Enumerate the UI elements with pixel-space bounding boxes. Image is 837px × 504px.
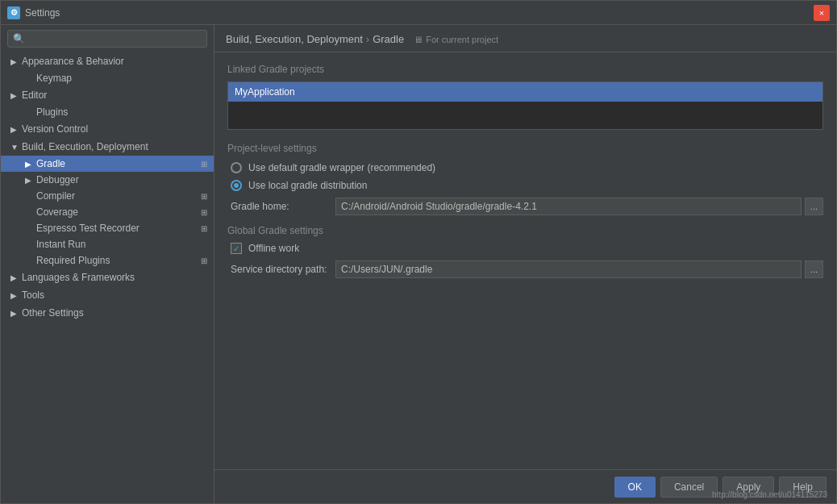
sidebar-item-compiler[interactable]: Compiler ⊞ bbox=[1, 188, 214, 204]
linked-project-item[interactable]: MyApplication bbox=[228, 82, 822, 102]
gradle-home-input-wrap: ... bbox=[335, 198, 823, 215]
radio-local-distribution[interactable] bbox=[231, 180, 242, 191]
apply-button[interactable]: Apply bbox=[722, 477, 774, 498]
radio-row-default-wrapper: Use default gradle wrapper (recommended) bbox=[227, 162, 823, 173]
breadcrumb-path: Build, Execution, Deployment bbox=[226, 33, 363, 45]
arrow-icon: ▶ bbox=[10, 309, 19, 318]
sidebar-item-label: Coverage bbox=[36, 206, 78, 218]
sidebar-item-tools[interactable]: ▶ Tools bbox=[1, 286, 214, 304]
arrow-icon: ▶ bbox=[25, 176, 33, 185]
gradle-home-browse-btn[interactable]: ... bbox=[805, 198, 823, 215]
arrow-icon: ▶ bbox=[25, 160, 33, 169]
espresso-page-icon: ⊞ bbox=[201, 224, 207, 233]
sidebar-item-label: Languages & Frameworks bbox=[22, 272, 207, 283]
title-bar-text: Settings bbox=[25, 7, 814, 19]
sidebar-item-label: Other Settings bbox=[22, 307, 207, 319]
service-dir-row: Service directory path: ... bbox=[227, 260, 823, 278]
title-bar: ⚙ Settings × bbox=[1, 1, 836, 25]
arrow-icon: ▶ bbox=[10, 273, 19, 282]
radio-label-default-wrapper: Use default gradle wrapper (recommended) bbox=[248, 162, 435, 173]
bottom-bar: OK Cancel Apply Help bbox=[214, 469, 836, 503]
arrow-icon: ▶ bbox=[10, 125, 19, 134]
sidebar-item-label: Compiler bbox=[36, 190, 75, 202]
radio-label-local-distribution: Use local gradle distribution bbox=[248, 180, 367, 191]
offline-work-label: Offline work bbox=[248, 243, 299, 254]
main-content: 🔍 ▶ Appearance & Behavior Keymap ▶ Edito… bbox=[1, 25, 836, 503]
search-input[interactable] bbox=[28, 33, 202, 44]
sidebar-item-languages[interactable]: ▶ Languages & Frameworks bbox=[1, 269, 214, 286]
offline-work-row: ✓ Offline work bbox=[227, 243, 823, 254]
sidebar-item-label: Debugger bbox=[36, 174, 79, 185]
radio-row-local-distribution: Use local gradle distribution bbox=[227, 180, 823, 191]
sidebar-item-label: Gradle bbox=[36, 158, 65, 169]
help-button[interactable]: Help bbox=[779, 477, 827, 498]
gradle-page-icon: ⊞ bbox=[201, 160, 207, 169]
arrow-icon: ▶ bbox=[10, 57, 19, 66]
sidebar-item-label: Build, Execution, Deployment bbox=[22, 141, 207, 152]
settings-body: Linked Gradle projects MyApplication Pro… bbox=[214, 52, 836, 469]
cancel-button[interactable]: Cancel bbox=[660, 477, 718, 498]
service-dir-input[interactable] bbox=[335, 260, 802, 278]
offline-work-checkbox[interactable]: ✓ bbox=[231, 243, 242, 254]
sidebar-item-label: Keymap bbox=[36, 73, 72, 84]
sidebar-item-keymap[interactable]: Keymap bbox=[1, 70, 214, 86]
sidebar-item-debugger[interactable]: ▶ Debugger bbox=[1, 172, 214, 188]
service-dir-input-wrap: ... bbox=[335, 260, 823, 278]
project-level-title: Project-level settings bbox=[227, 143, 823, 154]
required-plugins-page-icon: ⊞ bbox=[201, 256, 207, 265]
sidebar-item-build[interactable]: ▼ Build, Execution, Deployment bbox=[1, 138, 214, 156]
breadcrumb-current: Gradle bbox=[373, 33, 404, 45]
global-gradle-title: Global Gradle settings bbox=[227, 225, 823, 236]
service-dir-browse-btn[interactable]: ... bbox=[805, 260, 823, 278]
sidebar-item-instant-run[interactable]: Instant Run bbox=[1, 236, 214, 252]
sidebar-item-version-control[interactable]: ▶ Version Control bbox=[1, 120, 214, 138]
breadcrumb-separator: › bbox=[366, 33, 369, 45]
compiler-page-icon: ⊞ bbox=[201, 192, 207, 201]
right-panel: Build, Execution, Deployment › Gradle 🖥 … bbox=[214, 25, 836, 503]
sidebar-item-espresso[interactable]: Espresso Test Recorder ⊞ bbox=[1, 220, 214, 236]
sidebar-item-label: Editor bbox=[22, 90, 207, 101]
radio-default-wrapper[interactable] bbox=[231, 162, 242, 173]
search-box: 🔍 bbox=[7, 30, 207, 48]
coverage-page-icon: ⊞ bbox=[201, 208, 207, 217]
settings-window: ⚙ Settings × 🔍 ▶ Appearance & Behavior K… bbox=[0, 0, 837, 504]
app-icon: ⚙ bbox=[7, 6, 20, 19]
sidebar-item-other-settings[interactable]: ▶ Other Settings bbox=[1, 304, 214, 322]
sidebar-item-label: Instant Run bbox=[36, 239, 85, 250]
linked-projects-title: Linked Gradle projects bbox=[227, 64, 823, 75]
sidebar-item-plugins[interactable]: Plugins bbox=[1, 104, 214, 120]
sidebar-item-gradle[interactable]: ▶ Gradle ⊞ bbox=[1, 156, 214, 172]
ok-button[interactable]: OK bbox=[614, 477, 656, 498]
scope-text: For current project bbox=[426, 35, 498, 44]
breadcrumb-scope: 🖥 For current project bbox=[414, 35, 498, 44]
sidebar-item-editor[interactable]: ▶ Editor bbox=[1, 86, 214, 104]
sidebar-item-label: Appearance & Behavior bbox=[22, 56, 207, 67]
close-button[interactable]: × bbox=[814, 5, 830, 21]
sidebar-item-coverage[interactable]: Coverage ⊞ bbox=[1, 204, 214, 220]
linked-projects-list: MyApplication bbox=[227, 81, 823, 130]
arrow-icon: ▶ bbox=[10, 291, 19, 300]
breadcrumb: Build, Execution, Deployment › Gradle 🖥 … bbox=[214, 25, 836, 52]
sidebar-item-label: Espresso Test Recorder bbox=[36, 223, 140, 234]
scope-icon: 🖥 bbox=[414, 35, 423, 44]
arrow-icon: ▶ bbox=[10, 91, 19, 100]
sidebar-item-label: Plugins bbox=[36, 106, 68, 118]
sidebar-item-required-plugins[interactable]: Required Plugins ⊞ bbox=[1, 252, 214, 269]
gradle-home-input[interactable] bbox=[335, 198, 802, 215]
sidebar-item-label: Tools bbox=[22, 289, 207, 301]
gradle-home-label: Gradle home: bbox=[231, 201, 335, 212]
sidebar-item-label: Version Control bbox=[22, 123, 207, 135]
sidebar-item-appearance[interactable]: ▶ Appearance & Behavior bbox=[1, 52, 214, 70]
sidebar-item-label: Required Plugins bbox=[36, 255, 110, 266]
search-icon: 🔍 bbox=[13, 33, 25, 44]
service-dir-label: Service directory path: bbox=[231, 264, 335, 275]
gradle-home-row: Gradle home: ... bbox=[227, 198, 823, 215]
sidebar: 🔍 ▶ Appearance & Behavior Keymap ▶ Edito… bbox=[1, 25, 214, 503]
arrow-icon: ▼ bbox=[10, 143, 19, 152]
